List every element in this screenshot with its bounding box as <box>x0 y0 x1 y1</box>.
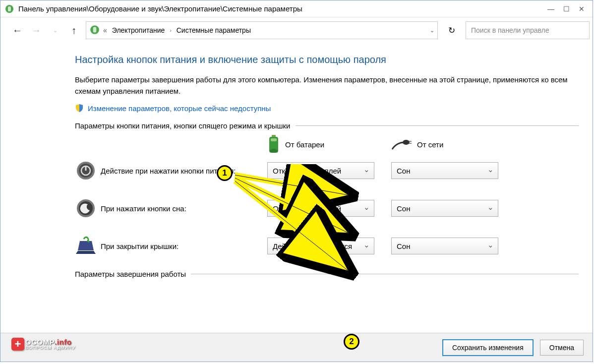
power-options-icon <box>89 24 100 37</box>
nav-bar: ← → ⌄ ↑ « Электропитание › Системные пар… <box>0 17 593 43</box>
combo-power-battery[interactable]: Отключить дисплей <box>267 162 374 179</box>
breadcrumb-ellipsis[interactable]: « <box>103 26 107 34</box>
cancel-button[interactable]: Отмена <box>540 340 584 356</box>
search-placeholder: Поиск в панели управле <box>471 26 549 34</box>
nav-forward-button[interactable]: → <box>29 23 43 37</box>
svg-rect-7 <box>271 138 277 141</box>
svg-rect-10 <box>409 143 412 144</box>
refresh-button[interactable]: ↻ <box>443 21 461 39</box>
minimize-button[interactable]: — <box>547 5 554 13</box>
watermark-logo: + OCOMP.info ВОПРОСЫ АДМИНУ <box>11 338 76 351</box>
plus-icon: + <box>11 338 24 351</box>
power-button-icon <box>75 160 97 182</box>
search-input[interactable]: Поиск в панели управле <box>466 21 590 39</box>
laptop-lid-icon <box>75 235 97 257</box>
plug-icon <box>391 138 412 150</box>
nav-up-button[interactable]: ↑ <box>67 23 81 37</box>
svg-point-8 <box>403 140 410 145</box>
svg-rect-14 <box>85 166 87 171</box>
save-button[interactable]: Сохранить изменения <box>443 340 533 356</box>
column-mains: От сети <box>391 135 515 154</box>
dialog-footer: Сохранить изменения Отмена <box>0 333 593 362</box>
row-label: При нажатии кнопки сна: <box>101 203 267 214</box>
section-shutdown-settings: Параметры завершения работы <box>75 270 579 278</box>
nav-back-button[interactable]: ← <box>10 23 24 37</box>
combo-power-mains[interactable]: Сон <box>391 162 498 179</box>
maximize-button[interactable]: ☐ <box>563 5 570 13</box>
row-lid-close: При закрытии крышки: Действие не требует… <box>75 235 579 257</box>
page-title: Настройка кнопок питания и включение защ… <box>75 54 579 65</box>
breadcrumb-item-2[interactable]: Системные параметры <box>175 25 253 35</box>
breadcrumb-dropdown[interactable]: ⌄ <box>430 27 434 34</box>
chevron-right-icon: › <box>170 28 171 33</box>
shield-link-label: Изменение параметров, которые сейчас нед… <box>88 104 271 113</box>
window-title: Панель управления\Оборудование и звук\Эл… <box>18 4 547 13</box>
row-label: Действие при нажатии кнопки питания: <box>101 166 267 176</box>
close-button[interactable]: ✕ <box>579 5 585 13</box>
title-bar: Панель управления\Оборудование и звук\Эл… <box>0 0 593 17</box>
combo-lid-mains[interactable]: Сон <box>391 238 498 254</box>
svg-rect-1 <box>8 6 11 11</box>
section-buttons-sleep-lid: Параметры кнопки питания, кнопки спящего… <box>75 121 579 130</box>
breadcrumb-item-1[interactable]: Электропитание <box>110 25 167 35</box>
battery-icon <box>267 135 280 154</box>
column-battery: От батареи <box>267 135 391 154</box>
svg-rect-3 <box>93 27 97 32</box>
row-label: При закрытии крышки: <box>101 241 267 251</box>
row-power-button: Действие при нажатии кнопки питания: Отк… <box>75 160 579 182</box>
nav-history-dropdown[interactable]: ⌄ <box>48 23 62 37</box>
page-description: Выберите параметры завершения работы для… <box>75 74 579 97</box>
combo-sleep-battery[interactable]: Отключить дисплей <box>267 200 374 217</box>
control-panel-icon <box>4 4 14 14</box>
row-sleep-button: При нажатии кнопки сна: Отключить диспле… <box>75 197 579 219</box>
shield-icon <box>75 104 84 113</box>
breadcrumb[interactable]: « Электропитание › Системные параметры ⌄ <box>86 21 438 39</box>
sleep-button-icon <box>75 197 97 219</box>
svg-rect-9 <box>409 141 412 142</box>
svg-point-6 <box>270 149 278 153</box>
annotation-marker-2: 2 <box>344 334 359 350</box>
change-unavailable-settings-link[interactable]: Изменение параметров, которые сейчас нед… <box>75 104 579 113</box>
combo-lid-battery[interactable]: Действие не требуется <box>267 238 374 254</box>
combo-sleep-mains[interactable]: Сон <box>391 200 498 217</box>
annotation-marker-1: 1 <box>217 165 233 181</box>
